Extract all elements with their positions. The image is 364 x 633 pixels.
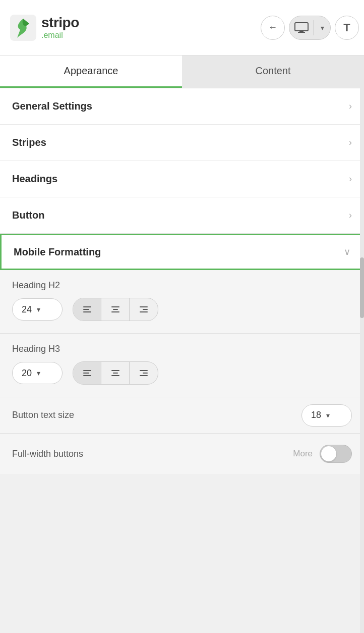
align-left-icon [83,370,91,376]
align-center-button[interactable] [101,298,130,321]
logo-email-label: .email [41,31,79,40]
toggle-knob [321,446,336,461]
align-center-button[interactable] [101,362,130,384]
template-button[interactable]: T [335,16,359,40]
app-header: stripo .email ← ▾ T [0,0,364,56]
main-tabs: Appearance Content [0,56,364,88]
heading-h3-align-group [73,361,158,385]
heading-h3-size-value: 20 [22,368,32,379]
headings-label: Headings [12,173,57,185]
desktop-preview-icon [289,16,314,40]
scrollbar-track[interactable] [360,56,364,633]
heading-h2-size-dropdown[interactable]: 24 ▾ [12,298,63,321]
heading-h2-size-value: 24 [22,304,32,315]
stripes-label: Stripes [12,137,46,148]
button-label: Button [12,209,44,221]
heading-h3-row: Heading H3 20 ▾ [0,334,364,397]
button-text-size-dropdown[interactable]: 18 ▾ [301,404,352,427]
button-text-size-row: Button text size 18 ▾ [0,397,364,434]
align-right-button[interactable] [130,362,158,384]
align-left-icon [83,306,91,312]
preview-button[interactable]: ▾ [289,16,331,40]
settings-item-mobile-formatting[interactable]: Mobile Formatting ∨ [0,234,364,270]
align-center-icon [111,370,119,376]
tab-appearance[interactable]: Appearance [0,56,182,88]
button-text-size-value: 18 [311,410,321,420]
chevron-right-icon: › [349,137,352,148]
full-width-toggle[interactable] [320,445,352,463]
settings-item-general[interactable]: General Settings › [0,88,364,125]
chevron-right-icon: › [349,210,352,221]
heading-h2-controls: 24 ▾ [12,298,352,321]
full-width-buttons-label: Full-width buttons [12,449,83,459]
button-text-size-label: Button text size [12,410,74,420]
general-settings-label: General Settings [12,100,92,112]
chevron-right-icon: › [349,101,352,112]
dropdown-arrow-icon: ▾ [37,369,40,377]
tab-content[interactable]: Content [182,56,364,88]
align-right-icon [140,306,148,312]
align-left-button[interactable] [73,298,101,321]
settings-list: General Settings › Stripes › Headings › … [0,88,364,270]
full-width-buttons-row: Full-width buttons More [0,434,364,474]
header-controls: ← ▾ T [261,16,354,40]
dropdown-arrow-icon: ▾ [326,411,330,419]
logo-text: stripo .email [41,15,79,39]
tab-content-label: Content [255,65,290,77]
logo-stripo-label: stripo [41,15,79,31]
align-left-button[interactable] [73,362,101,384]
tab-appearance-label: Appearance [64,65,118,77]
scrollbar-thumb[interactable] [360,257,364,318]
chevron-right-icon: › [349,174,352,184]
template-t-icon: T [343,21,350,34]
heading-h3-controls: 20 ▾ [12,361,352,385]
chevron-down-icon: ∨ [344,246,350,257]
full-width-buttons-controls: More [293,445,352,463]
settings-item-stripes[interactable]: Stripes › [0,125,364,161]
heading-h2-label: Heading H2 [12,280,352,291]
heading-h3-label: Heading H3 [12,344,352,354]
svg-rect-1 [295,23,308,31]
settings-item-headings[interactable]: Headings › [0,161,364,197]
settings-item-button[interactable]: Button › [0,197,364,234]
align-right-button[interactable] [130,298,158,321]
heading-h2-align-group [73,298,158,321]
heading-h3-size-dropdown[interactable]: 20 ▾ [12,362,63,384]
mobile-formatting-section: Heading H2 24 ▾ [0,270,364,474]
mobile-formatting-label: Mobile Formatting [14,246,101,258]
align-center-icon [111,306,119,312]
heading-h2-row: Heading H2 24 ▾ [0,270,364,334]
align-right-icon [140,370,148,376]
preview-dropdown-arrow[interactable]: ▾ [314,16,330,40]
dropdown-arrow-icon: ▾ [37,305,40,313]
back-arrow-icon: ← [268,22,277,33]
logo: stripo .email [10,15,79,41]
more-label: More [293,449,313,459]
stripo-logo-icon [10,15,36,41]
back-button[interactable]: ← [261,16,285,40]
